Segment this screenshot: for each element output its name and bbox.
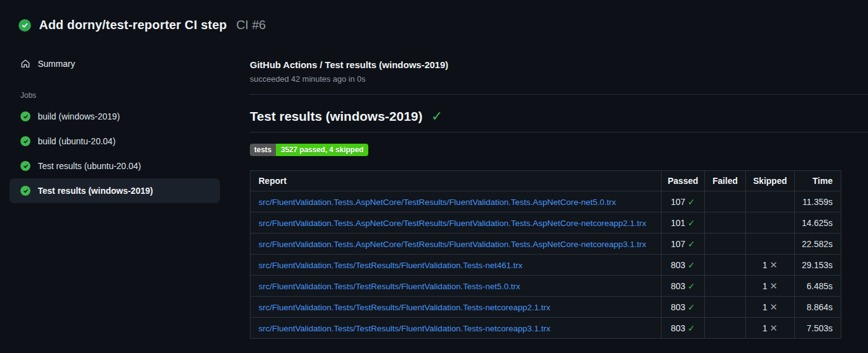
- test-results-table: Report Passed Failed Skipped Time src/Fl…: [250, 170, 841, 339]
- table-row: src/FluentValidation.Tests.AspNetCore/Te…: [250, 233, 841, 255]
- failed-cell: [705, 276, 746, 297]
- skipped-count: 1: [763, 260, 768, 270]
- layout: Summary Jobs build (windows-2019) build …: [0, 53, 868, 339]
- report-link[interactable]: src/FluentValidation.Tests.AspNetCore/Te…: [259, 219, 646, 228]
- failed-cell: [705, 233, 746, 255]
- sidebar-job-item[interactable]: Test results (ubuntu-20.04): [9, 154, 220, 178]
- skipped-cell: [746, 233, 795, 255]
- passed-check-icon: ✓: [688, 197, 695, 207]
- report-link[interactable]: src/FluentValidation.Tests/TestResults/F…: [259, 282, 520, 291]
- table-row: src/FluentValidation.Tests/TestResults/F…: [250, 255, 841, 276]
- passed-count: 101: [671, 218, 685, 228]
- skipped-cell: 1✕: [746, 276, 795, 297]
- time-cell: 29.153s: [795, 255, 841, 276]
- skipped-count: 1: [763, 302, 768, 312]
- home-icon: [20, 59, 30, 69]
- report-link[interactable]: src/FluentValidation.Tests.AspNetCore/Te…: [259, 198, 616, 207]
- passed-cell: 803✓: [662, 297, 705, 318]
- skipped-cell: 1✕: [746, 297, 795, 318]
- passed-cell: 803✓: [662, 255, 705, 276]
- passed-check-icon: ✓: [688, 218, 695, 228]
- job-success-icon: [20, 161, 30, 171]
- sidebar-item-summary[interactable]: Summary: [9, 53, 250, 75]
- failed-cell: [705, 297, 746, 318]
- main-content: GitHub Actions / Test results (windows-2…: [250, 53, 868, 339]
- sidebar: Summary Jobs build (windows-2019) build …: [0, 53, 250, 203]
- sidebar-jobs: build (windows-2019) build (ubuntu-20.04…: [9, 104, 250, 203]
- table-header-row: Report Passed Failed Skipped Time: [250, 171, 841, 191]
- skipped-cell: [746, 212, 795, 233]
- passed-count: 803: [671, 281, 685, 291]
- divider: [250, 132, 868, 133]
- sidebar-summary-label: Summary: [38, 59, 75, 69]
- failed-cell: [705, 212, 746, 233]
- sidebar-jobs-heading: Jobs: [9, 91, 250, 100]
- table-row: src/FluentValidation.Tests.AspNetCore/Te…: [250, 212, 841, 233]
- job-success-icon: [20, 136, 30, 146]
- report-link[interactable]: src/FluentValidation.Tests.AspNetCore/Te…: [259, 240, 646, 249]
- report-link[interactable]: src/FluentValidation.Tests/TestResults/F…: [259, 303, 551, 312]
- col-header-passed: Passed: [662, 171, 705, 191]
- job-label: build (windows-2019): [38, 111, 120, 121]
- divider: [250, 94, 868, 95]
- sidebar-job-item[interactable]: build (windows-2019): [9, 104, 220, 129]
- col-header-failed: Failed: [705, 171, 746, 191]
- passed-check-icon: ✓: [688, 239, 695, 249]
- section-head: Test results (windows-2019) ✓: [250, 109, 868, 124]
- time-cell: 6.485s: [795, 276, 841, 297]
- passed-count: 107: [671, 197, 685, 207]
- passed-check-icon: ✓: [688, 260, 695, 270]
- report-link[interactable]: src/FluentValidation.Tests/TestResults/F…: [259, 261, 523, 270]
- check-icon: [21, 22, 29, 29]
- job-label: Test results (ubuntu-20.04): [38, 161, 141, 171]
- passed-count: 803: [671, 302, 685, 312]
- table-body: src/FluentValidation.Tests.AspNetCore/Te…: [250, 191, 841, 339]
- run-number: CI #6: [236, 18, 266, 32]
- job-success-icon: [20, 111, 30, 121]
- passed-count: 107: [671, 239, 685, 249]
- run-title: Add dorny/test-reporter CI step: [39, 18, 227, 32]
- col-header-time: Time: [795, 171, 841, 191]
- sidebar-job-item[interactable]: build (ubuntu-20.04): [9, 129, 220, 154]
- skipped-cell: [746, 191, 795, 212]
- passed-count: 803: [671, 260, 685, 270]
- passed-cell: 803✓: [662, 318, 705, 339]
- job-success-icon: [20, 186, 30, 196]
- failed-cell: [705, 255, 746, 276]
- badge-value: 3527 passed, 4 skipped: [276, 144, 368, 156]
- passed-count: 803: [671, 323, 685, 333]
- skipped-count: 1: [763, 323, 768, 333]
- skipped-x-icon: ✕: [770, 323, 778, 333]
- tests-badge: tests 3527 passed, 4 skipped: [250, 144, 368, 156]
- job-label: build (ubuntu-20.04): [38, 136, 115, 146]
- skipped-x-icon: ✕: [770, 281, 778, 291]
- table-row: src/FluentValidation.Tests/TestResults/F…: [250, 276, 841, 297]
- time-cell: 8.864s: [795, 297, 841, 318]
- run-success-icon: [19, 19, 31, 32]
- table-row: src/FluentValidation.Tests/TestResults/F…: [250, 297, 841, 318]
- passed-check-icon: ✓: [688, 323, 695, 333]
- skipped-cell: 1✕: [746, 318, 795, 339]
- skipped-count: 1: [763, 281, 768, 291]
- time-cell: 14.625s: [795, 212, 841, 233]
- passed-check-icon: ✓: [688, 302, 695, 312]
- report-link[interactable]: src/FluentValidation.Tests/TestResults/F…: [259, 324, 551, 333]
- sidebar-job-item[interactable]: Test results (windows-2019): [9, 178, 220, 203]
- job-label: Test results (windows-2019): [38, 186, 153, 196]
- skipped-x-icon: ✕: [770, 259, 778, 270]
- failed-cell: [705, 191, 746, 212]
- time-cell: 7.503s: [795, 318, 841, 339]
- col-header-skipped: Skipped: [746, 171, 795, 191]
- passed-cell: 101✓: [662, 212, 705, 233]
- section-success-check-icon: ✓: [432, 110, 443, 123]
- passed-check-icon: ✓: [688, 281, 695, 291]
- passed-cell: 107✓: [662, 191, 705, 212]
- table-row: src/FluentValidation.Tests.AspNetCore/Te…: [250, 191, 841, 212]
- col-header-report: Report: [250, 171, 662, 191]
- time-cell: 11.359s: [795, 191, 841, 212]
- run-header: Add dorny/test-reporter CI step CI #6: [0, 0, 868, 32]
- skipped-x-icon: ✕: [770, 302, 778, 312]
- run-status-line: succeeded 42 minutes ago in 0s: [250, 74, 868, 84]
- time-cell: 22.582s: [795, 233, 841, 255]
- failed-cell: [705, 318, 746, 339]
